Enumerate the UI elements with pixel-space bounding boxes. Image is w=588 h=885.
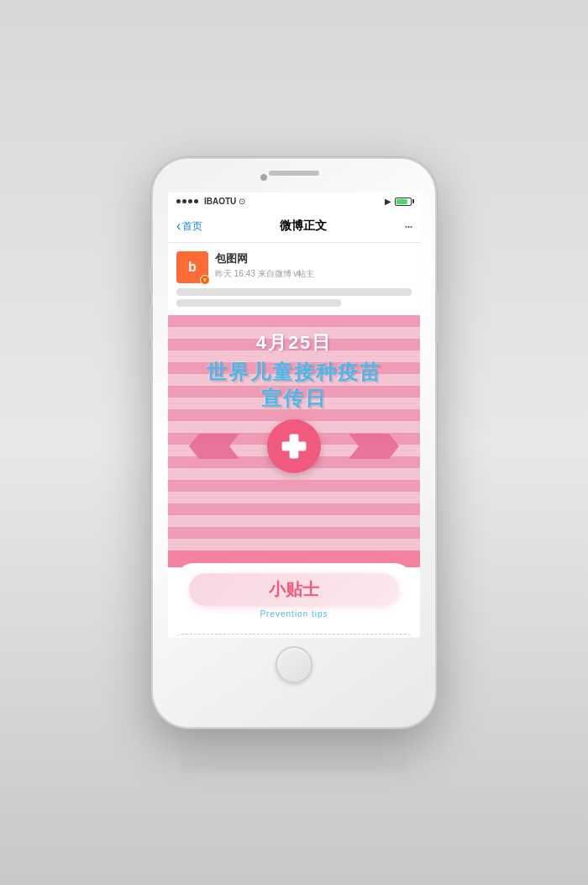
wifi-icon: ⊙ xyxy=(239,197,245,206)
card-image[interactable]: 4月25日 世界儿童接种疫苗宣传日 xyxy=(168,315,420,638)
card-background: 4月25日 世界儿童接种疫苗宣传日 xyxy=(168,315,420,567)
carrier-label: IBAOTU xyxy=(204,197,236,206)
ribbon-left xyxy=(189,434,239,459)
post-text-preview xyxy=(168,288,420,315)
phone-frame: IBAOTU ⊙ ▶ ‹ 首页 微博正文 ··· xyxy=(151,157,437,729)
back-button[interactable]: ‹ 首页 xyxy=(176,219,202,234)
stripe-17 xyxy=(168,503,420,515)
content-text-box: 按规定、依据免疫程序进行预防接种。接种疫苗后，在30分钟至1小时之内不要给孩子喂… xyxy=(176,634,412,638)
ribbon-right xyxy=(349,434,399,459)
post-metadata: 包图网 昨天 16:43 来自微博 v帖主 xyxy=(215,251,412,280)
power-button xyxy=(435,293,438,344)
home-button[interactable] xyxy=(276,646,312,683)
battery-fill xyxy=(396,199,407,204)
cross-icon xyxy=(279,431,309,461)
navigation-bar: ‹ 首页 微博正文 ··· xyxy=(168,211,420,243)
status-left: IBAOTU ⊙ xyxy=(176,197,245,206)
avatar-letter: b xyxy=(188,260,197,275)
signal-dots xyxy=(176,199,198,203)
event-date: 4月25日 xyxy=(256,330,333,356)
username[interactable]: 包图网 xyxy=(215,251,412,266)
blurred-line-2 xyxy=(176,299,341,307)
stripe-18 xyxy=(168,515,420,527)
more-menu-button[interactable]: ··· xyxy=(404,218,412,235)
front-camera xyxy=(260,174,267,181)
phone-body: IBAOTU ⊙ ▶ ‹ 首页 微博正文 ··· xyxy=(151,157,437,729)
post-header: b v 包图网 昨天 16:43 来自微博 v帖主 xyxy=(168,243,420,288)
avatar[interactable]: b v xyxy=(176,251,208,283)
dot2 xyxy=(182,199,186,203)
tips-title: 小贴士 xyxy=(189,573,399,606)
medical-cross-circle xyxy=(267,419,321,473)
page-title: 微博正文 xyxy=(280,219,327,234)
phone-reflection xyxy=(181,729,407,771)
volume-up-button xyxy=(150,306,153,340)
dot4 xyxy=(194,199,198,203)
stripe-16 xyxy=(168,492,420,503)
prevention-label: Prevention tips xyxy=(189,609,399,619)
blurred-line-1 xyxy=(176,288,412,296)
volume-down-button xyxy=(150,348,153,382)
battery-indicator xyxy=(395,198,412,206)
verified-badge: v xyxy=(200,275,210,285)
svg-rect-1 xyxy=(282,441,307,450)
tips-section: 小贴士 Prevention tips xyxy=(176,563,412,627)
post-time: 昨天 16:43 来自微博 v帖主 xyxy=(215,268,412,280)
stripe-19 xyxy=(168,527,420,539)
dot3 xyxy=(188,199,192,203)
ribbon-area xyxy=(176,419,412,473)
back-arrow-icon: ‹ xyxy=(176,219,181,234)
speaker xyxy=(269,171,319,176)
event-title: 世界儿童接种疫苗宣传日 xyxy=(207,359,381,411)
dot1 xyxy=(176,199,181,203)
card-content: 4月25日 世界儿童接种疫苗宣传日 xyxy=(168,315,420,482)
phone-screen: IBAOTU ⊙ ▶ ‹ 首页 微博正文 ··· xyxy=(168,192,420,638)
mute-button xyxy=(150,268,153,293)
stripe-20 xyxy=(168,539,420,550)
status-bar: IBAOTU ⊙ ▶ xyxy=(168,192,420,211)
location-icon: ▶ xyxy=(385,197,391,206)
verified-icon: v xyxy=(203,277,207,282)
back-label: 首页 xyxy=(182,219,202,234)
status-right: ▶ xyxy=(385,197,412,206)
